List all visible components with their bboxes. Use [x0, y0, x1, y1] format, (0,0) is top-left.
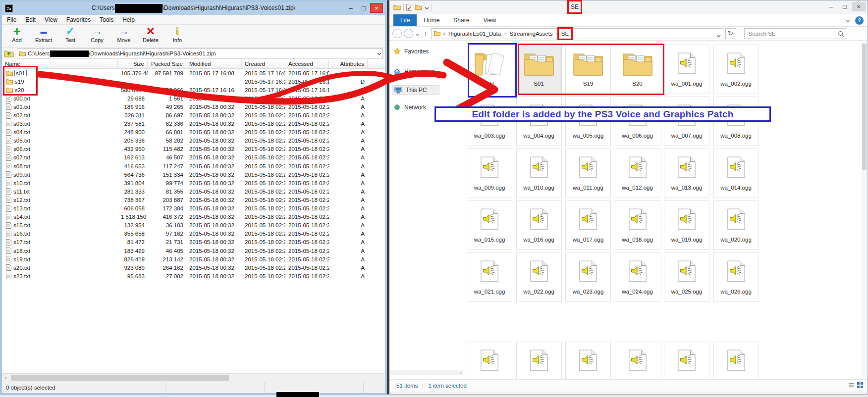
file-tile-partial[interactable]: [565, 342, 611, 379]
search-input[interactable]: [748, 30, 832, 37]
zip-row-s20.txt[interactable]: s20.txt923 089264 1622015-05-18 00:32201…: [2, 263, 385, 272]
address-bar[interactable]: « HigurashiEp01_Data›StreamingAssets›SE: [431, 28, 723, 39]
zip-row-s07.txt[interactable]: s07.txt162 61346 5072015-05-18 00:322015…: [2, 153, 385, 162]
zip-row-s09.txt[interactable]: s09.txt564 736151 3342015-05-18 00:32201…: [2, 170, 385, 179]
thumbnail-view-icon[interactable]: [857, 382, 864, 389]
menu-help[interactable]: Help: [122, 16, 135, 23]
sidebar-item-homegroup[interactable]: Homegroup: [393, 68, 435, 75]
maximize-button[interactable]: □: [838, 2, 852, 11]
file-tile-partial[interactable]: [615, 342, 660, 379]
zip-row-s03.txt[interactable]: s03.txt237 58162 3362015-05-18 00:322015…: [2, 120, 385, 128]
column-header-accessed[interactable]: Accessed: [285, 59, 329, 68]
file-tile-partial[interactable]: [467, 342, 512, 379]
file-tile-wa_017[interactable]: wa_017.ogg: [565, 200, 611, 250]
move-button[interactable]: →Move: [114, 25, 134, 43]
file-tile-wa_022[interactable]: wa_022.ogg: [516, 252, 562, 302]
folder-tile-edit[interactable]: edit: [467, 45, 512, 94]
up-one-level-button[interactable]: [4, 50, 14, 57]
file-tile-partial[interactable]: [664, 342, 709, 379]
address-dropdown-chevron-icon[interactable]: [716, 33, 721, 39]
zip-row-s13.txt[interactable]: s13.txt606 058172 3842015-05-18 00:32201…: [2, 204, 385, 213]
file-tile-wa_008[interactable]: wa_008.ogg: [713, 97, 759, 146]
tab-view[interactable]: View: [476, 14, 503, 26]
maximize-button[interactable]: □: [357, 3, 370, 13]
file-tile-wa_012[interactable]: wa_012.ogg: [615, 149, 660, 198]
breadcrumb-chevron-icon[interactable]: ›: [556, 31, 557, 36]
zip-row-s12.txt[interactable]: s12.txt738 367203 8872015-05-18 00:32201…: [2, 196, 385, 204]
scrollbar-thumb[interactable]: [11, 375, 229, 381]
file-tile-wa_019[interactable]: wa_019.ogg: [664, 200, 709, 250]
scroll-left-arrow-icon[interactable]: ‹: [2, 375, 10, 381]
new-folder-icon[interactable]: [415, 4, 422, 10]
back-button[interactable]: ←: [392, 29, 402, 38]
tab-home[interactable]: Home: [417, 14, 446, 26]
zip-row-s11.txt[interactable]: s11.txt281 33381 3552015-05-18 00:322015…: [2, 187, 385, 196]
sidebar-item-network[interactable]: Network: [393, 104, 426, 111]
chevron-down-icon[interactable]: [377, 50, 381, 56]
breadcrumb-segment-higurashiep01_data[interactable]: HigurashiEp01_Data: [448, 31, 501, 37]
forward-button[interactable]: →: [404, 29, 413, 38]
menu-view[interactable]: View: [45, 16, 57, 23]
add-button[interactable]: +Add: [7, 25, 27, 43]
ribbon-expand-chevron-icon[interactable]: [845, 16, 850, 25]
zip-row-s10.txt[interactable]: s10.txt391 80499 7742015-05-18 00:322015…: [2, 179, 385, 187]
file-tile-wa_018[interactable]: wa_018.ogg: [615, 200, 660, 250]
file-tile-wa_015[interactable]: wa_015.ogg: [467, 200, 512, 250]
breadcrumb-segment-streamingassets[interactable]: StreamingAssets: [509, 31, 553, 37]
zip-row-s16.txt[interactable]: s16.txt355 65897 1622015-05-18 00:322015…: [2, 230, 385, 238]
file-tile-wa_013[interactable]: wa_013.ogg: [664, 149, 709, 198]
zip-row-s15.txt[interactable]: s15.txt132 95436 1032015-05-18 00:322015…: [2, 221, 385, 230]
folder-icon[interactable]: [393, 4, 401, 10]
zip-row-s00.txt[interactable]: s00.txt29 6881 5612015-05-17 18:152015-0…: [2, 94, 385, 102]
file-tile-partial[interactable]: [516, 342, 562, 379]
zip-row-s19.txt[interactable]: s19.txt826 419213 1422015-05-18 00:32201…: [2, 255, 385, 263]
file-tile-wa_007[interactable]: wa_007.ogg: [664, 97, 709, 146]
zip-row-s05.txt[interactable]: s05.txt205 33658 2022015-05-18 00:322015…: [2, 137, 385, 145]
7zip-horizontal-scrollbar[interactable]: ‹: [2, 373, 385, 382]
file-tile-partial[interactable]: [713, 342, 759, 379]
zip-row-s17.txt[interactable]: s17.txt81 47221 7312015-05-18 00:322015-…: [2, 238, 385, 247]
folder-tile-S20[interactable]: S20: [615, 45, 660, 94]
file-tile-wa_006[interactable]: wa_006.ogg: [615, 97, 660, 146]
search-box[interactable]: [744, 28, 847, 39]
delete-button[interactable]: ×Delete: [141, 25, 161, 43]
zip-row-s20[interactable]: s20580 093 725543 383 9662015-05-17 16:1…: [2, 86, 385, 94]
zip-row-s01.txt[interactable]: s01.txt186 91649 2652015-05-18 00:322015…: [2, 102, 385, 111]
file-tile-wa_004[interactable]: wa_004.ogg: [516, 97, 562, 146]
recent-locations-chevron-icon[interactable]: [415, 29, 420, 38]
zip-row-s23.txt[interactable]: s23.txt95 68327 0822015-05-18 00:322015-…: [2, 272, 385, 280]
column-header-attributes[interactable]: Attributes: [329, 59, 368, 68]
up-button[interactable]: ↑: [422, 30, 429, 37]
file-tile-wa_009[interactable]: wa_009.ogg: [467, 149, 512, 198]
chevron-down-icon[interactable]: [425, 3, 429, 12]
tab-file[interactable]: File: [393, 14, 417, 26]
column-header-packed-size[interactable]: Packed Size: [148, 59, 186, 68]
extract-button[interactable]: ▬Extract: [34, 25, 54, 43]
zip-row-s14.txt[interactable]: s14.txt1 518 150416 3722015-05-18 00:322…: [2, 213, 385, 221]
file-tile-wa_001[interactable]: wa_001.ogg: [664, 45, 709, 94]
info-button[interactable]: iInfo: [167, 25, 187, 43]
file-tile-wa_023[interactable]: wa_023.ogg: [565, 252, 611, 302]
column-header-modified[interactable]: Modified: [186, 59, 242, 68]
file-tile-wa_025[interactable]: wa_025.ogg: [664, 252, 709, 302]
sidebar-item-favorites[interactable]: Favorites: [393, 48, 429, 55]
minimize-button[interactable]: –: [344, 3, 357, 13]
file-tile-wa_002[interactable]: wa_002.ogg: [713, 45, 759, 94]
properties-icon[interactable]: [406, 4, 412, 11]
file-tile-wa_011[interactable]: wa_011.ogg: [565, 149, 611, 198]
details-view-icon[interactable]: [848, 382, 855, 389]
file-tile-wa_014[interactable]: wa_014.ogg: [713, 149, 759, 198]
zip-row-s06.txt[interactable]: s06.txt432 950115 4822015-05-18 00:32201…: [2, 145, 385, 153]
sidebar-item-this-pc[interactable]: This PC: [392, 85, 439, 95]
test-button[interactable]: ✓Test: [60, 25, 80, 43]
zip-row-s08.txt[interactable]: s08.txt416 653117 2472015-05-18 00:32201…: [2, 162, 385, 170]
help-icon[interactable]: ?: [855, 16, 864, 25]
navpane-horizontal-scrollbar[interactable]: ›: [390, 370, 463, 375]
vertical-scrollbar[interactable]: [862, 42, 867, 378]
column-header-created[interactable]: Created: [242, 59, 285, 68]
zip-row-s04.txt[interactable]: s04.txt248 90066 8812015-05-18 00:322015…: [2, 128, 385, 137]
file-tile-wa_005[interactable]: wa_005.ogg: [565, 97, 611, 146]
breadcrumb-segment-se[interactable]: SE: [561, 31, 569, 37]
close-button[interactable]: ×: [370, 3, 383, 13]
file-tile-wa_020[interactable]: wa_020.ogg: [713, 200, 759, 250]
